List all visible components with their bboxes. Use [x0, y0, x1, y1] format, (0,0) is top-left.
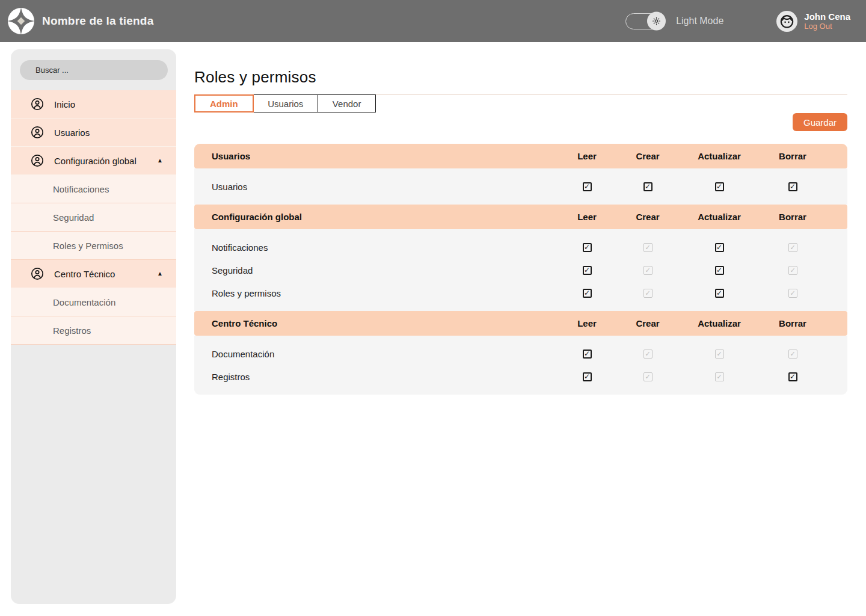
section-title: Usuarios: [194, 151, 557, 161]
save-button[interactable]: Guardar: [793, 113, 847, 131]
checkbox-cell: ✓: [760, 266, 825, 275]
checkbox-cell: ✓: [678, 182, 760, 191]
column-header-leer: Leer: [557, 318, 617, 328]
checkbox-seguridad-leer[interactable]: ✓: [583, 266, 592, 275]
light-mode-label: Light Mode: [676, 16, 723, 26]
checkbox-cell: ✓: [760, 350, 825, 359]
permission-row-usuarios: Usuarios✓✓✓✓: [194, 175, 847, 198]
checkbox-cell: ✓: [557, 182, 617, 191]
checkbox-cell: ✓: [617, 266, 678, 275]
permission-row-registros: Registros✓✓✓✓: [194, 365, 847, 388]
permission-row-seguridad: Seguridad✓✓✓✓: [194, 259, 847, 282]
search-input[interactable]: [20, 60, 168, 80]
sidebar-item-label: Centro Técnico: [54, 269, 115, 279]
sidebar-item-label: Registros: [53, 325, 91, 336]
checkbox-seguridad-actualizar[interactable]: ✓: [715, 266, 724, 275]
checkbox-roles-y-permisos-actualizar[interactable]: ✓: [715, 289, 724, 298]
column-header-borrar: Borrar: [760, 151, 825, 161]
checkbox-registros-borrar[interactable]: ✓: [788, 372, 797, 381]
checkbox-notificaciones-actualizar[interactable]: ✓: [715, 243, 724, 252]
column-header-actualizar: Actualizar: [678, 212, 760, 222]
checkbox-documentacion-crear: ✓: [643, 350, 653, 359]
checkbox-notificaciones-leer[interactable]: ✓: [583, 243, 592, 252]
sidebar-item-centro-tecnico[interactable]: Centro Técnico▲: [11, 260, 176, 288]
checkbox-usuarios-crear[interactable]: ✓: [643, 182, 653, 191]
sidebar-item-label: Seguridad: [53, 212, 94, 223]
checkbox-cell: ✓: [678, 266, 760, 275]
checkbox-cell: ✓: [678, 350, 760, 359]
checkbox-roles-y-permisos-leer[interactable]: ✓: [583, 289, 592, 298]
checkbox-usuarios-actualizar[interactable]: ✓: [715, 182, 724, 191]
checkbox-roles-y-permisos-borrar: ✓: [788, 289, 797, 298]
checkbox-usuarios-borrar[interactable]: ✓: [788, 182, 797, 191]
sidebar-item-label: Documentación: [53, 297, 115, 307]
sidebar-item-inicio[interactable]: Inicio: [11, 90, 176, 119]
logout-link[interactable]: Log Out: [804, 22, 850, 31]
user-name: John Cena: [804, 11, 850, 22]
column-header-actualizar: Actualizar: [678, 318, 760, 328]
checkbox-cell: ✓: [617, 243, 678, 252]
checkbox-roles-y-permisos-crear: ✓: [643, 289, 653, 298]
checkbox-cell: ✓: [678, 289, 760, 298]
sidebar-subitem-registros[interactable]: Registros: [11, 316, 176, 345]
user-avatar-icon[interactable]: [776, 11, 797, 32]
permission-row-notificaciones: Notificaciones✓✓✓✓: [194, 236, 847, 259]
checkbox-cell: ✓: [617, 182, 678, 191]
checkbox-cell: ✓: [617, 289, 678, 298]
column-header-crear: Crear: [617, 151, 678, 161]
checkbox-documentacion-borrar: ✓: [788, 350, 797, 359]
sidebar-subitem-seguridad[interactable]: Seguridad: [11, 203, 176, 232]
caret-up-icon[interactable]: ▲: [157, 271, 163, 277]
toggle-knob[interactable]: [647, 12, 666, 31]
checkbox-cell: ✓: [760, 243, 825, 252]
checkbox-registros-actualizar: ✓: [715, 372, 724, 381]
tab-admin[interactable]: Admin: [194, 94, 254, 112]
sidebar-subitem-notificaciones[interactable]: Notificaciones: [11, 175, 176, 203]
permission-row-label: Notificaciones: [194, 242, 557, 253]
page-title: Roles y permisos: [194, 68, 847, 87]
checkbox-seguridad-borrar: ✓: [788, 266, 797, 275]
sidebar-subitem-roles-y-permisos[interactable]: Roles y Permisos: [11, 232, 176, 260]
checkbox-cell: ✓: [557, 243, 617, 252]
checkbox-cell: ✓: [760, 182, 825, 191]
checkbox-cell: ✓: [617, 350, 678, 359]
sidebar-item-configuracion-global[interactable]: Configuración global▲: [11, 147, 176, 175]
checkbox-documentacion-leer[interactable]: ✓: [583, 350, 592, 359]
tab-vendor[interactable]: Vendor: [318, 94, 376, 112]
section-header-centro-tecnico: Centro TécnicoLeerCrearActualizarBorrar: [194, 311, 847, 336]
section-body-centro-tecnico: Documentación✓✓✓✓Registros✓✓✓✓: [194, 336, 847, 395]
sidebar-item-label: Configuración global: [54, 156, 137, 166]
permissions-table: UsuariosLeerCrearActualizarBorrarUsuario…: [194, 144, 847, 395]
checkbox-cell: ✓: [760, 372, 825, 381]
topbar: Nombre de la tienda Light M: [0, 0, 866, 42]
checkbox-cell: ✓: [557, 289, 617, 298]
checkbox-cell: ✓: [557, 350, 617, 359]
sun-icon: [651, 16, 662, 26]
checkbox-registros-crear: ✓: [643, 372, 653, 381]
checkbox-cell: ✓: [557, 372, 617, 381]
main-content: Roles y permisos AdminUsuariosVendor Gua…: [176, 42, 866, 616]
sidebar-subitem-documentacion[interactable]: Documentación: [11, 288, 176, 316]
caret-up-icon[interactable]: ▲: [157, 158, 163, 164]
section-title: Configuración global: [194, 212, 557, 222]
column-header-crear: Crear: [617, 212, 678, 222]
column-header-crear: Crear: [617, 318, 678, 328]
column-header-borrar: Borrar: [760, 318, 825, 328]
permission-row-label: Registros: [194, 372, 557, 382]
app-title: Nombre de la tienda: [42, 14, 153, 28]
tab-usuarios[interactable]: Usuarios: [253, 94, 318, 112]
column-header-borrar: Borrar: [760, 212, 825, 222]
person-circle-icon: [30, 153, 45, 168]
sidebar-item-usuarios[interactable]: Usuarios: [11, 119, 176, 147]
checkbox-usuarios-leer[interactable]: ✓: [583, 182, 592, 191]
section-header-usuarios: UsuariosLeerCrearActualizarBorrar: [194, 144, 847, 168]
light-mode-toggle[interactable]: [625, 13, 665, 29]
role-tabs: AdminUsuariosVendor: [194, 94, 847, 112]
section-body-configuracion-global: Notificaciones✓✓✓✓Seguridad✓✓✓✓Roles y p…: [194, 229, 847, 311]
checkbox-cell: ✓: [760, 289, 825, 298]
permission-row-label: Roles y permisos: [194, 288, 557, 298]
permission-row-label: Seguridad: [194, 265, 557, 276]
checkbox-seguridad-crear: ✓: [643, 266, 653, 275]
checkbox-registros-leer[interactable]: ✓: [583, 372, 592, 381]
permission-row-label: Documentación: [194, 349, 557, 359]
